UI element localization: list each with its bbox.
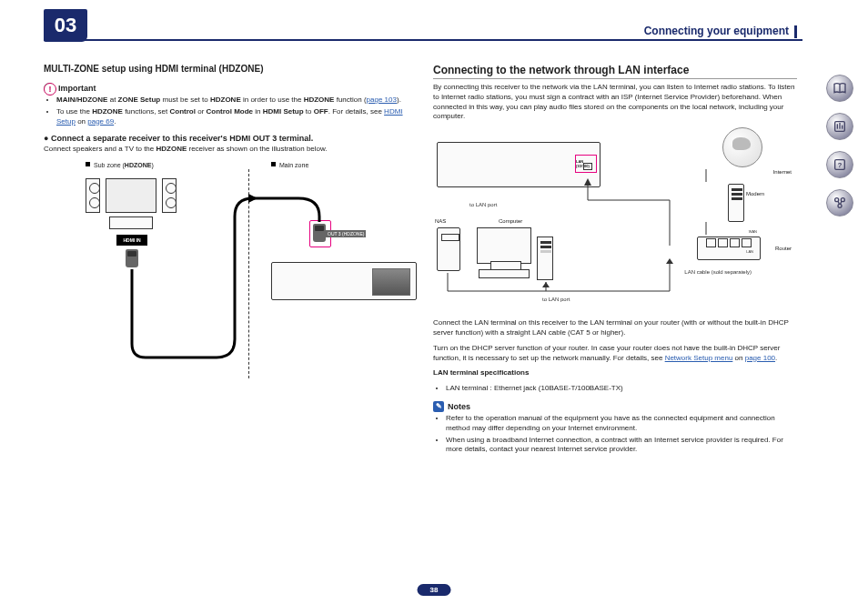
svg-rect-5 [837, 124, 838, 128]
section-title: Connecting your equipment [644, 25, 797, 38]
link-page-103[interactable]: page 103 [367, 96, 397, 104]
link-page-100[interactable]: page 100 [745, 354, 775, 362]
note-1: Refer to the operation manual of the equ… [446, 414, 797, 434]
connect-lan-para: Connect the LAN terminal on this receive… [433, 318, 797, 338]
right-intro: By connecting this receiver to the netwo… [433, 83, 797, 122]
svg-rect-7 [842, 126, 843, 129]
page-number: 38 [418, 584, 451, 596]
diagram-lan: LAN (10/100) Internet Modem Router NAS C… [433, 127, 797, 318]
nav-book-icon[interactable] [826, 75, 853, 102]
svg-point-12 [838, 204, 842, 207]
lan-spec-list: LAN terminal : Ethernet jack (10BASE-T/1… [433, 384, 797, 394]
right-heading: Connecting to the network through LAN in… [433, 64, 797, 79]
important-bullet-1: MAIN/HDZONE at ZONE Setup must be set to… [56, 96, 408, 106]
important-bullets: MAIN/HDZONE at ZONE Setup must be set to… [44, 96, 408, 126]
important-bullet-2: To use the HDZONE functions, set Control… [56, 107, 408, 127]
lan-spec-heading: LAN terminal specifications [433, 368, 797, 378]
svg-marker-3 [542, 282, 550, 287]
svg-marker-0 [248, 194, 257, 203]
svg-rect-6 [839, 123, 840, 129]
important-callout: Important [44, 83, 408, 94]
chapter-number: 03 [44, 9, 87, 42]
note-icon [433, 401, 444, 412]
side-nav: ? [826, 75, 853, 216]
nav-network-icon[interactable] [826, 189, 853, 216]
svg-text:?: ? [838, 161, 843, 169]
link-page-69[interactable]: page 69 [87, 117, 114, 126]
diagram-multizone: Sub zone (HDZONE) Main zone HDMI IN OUT … [44, 162, 408, 380]
left-heading: MULTI-ZONE setup using HDMI terminal (HD… [44, 64, 408, 74]
connect-text: Connect speakers and a TV to the HDZONE … [44, 145, 408, 155]
svg-marker-2 [666, 258, 673, 264]
link-network-setup[interactable]: Network Setup menu [665, 354, 733, 362]
left-column: MULTI-ZONE setup using HDMI terminal (HD… [44, 64, 408, 559]
section-title-text: Connecting your equipment [644, 25, 789, 37]
lan-spec-item: LAN terminal : Ethernet jack (10BASE-T/1… [446, 384, 797, 394]
content-columns: MULTI-ZONE setup using HDMI terminal (HD… [44, 64, 797, 559]
nav-sliders-icon[interactable] [826, 113, 853, 140]
right-column: Connecting to the network through LAN in… [433, 64, 797, 559]
notes-list: Refer to the operation manual of the equ… [433, 414, 797, 455]
note-2: When using a broadband Internet connecti… [446, 436, 797, 456]
notes-label: Notes [448, 402, 470, 411]
nav-help-icon[interactable]: ? [826, 151, 853, 178]
connect-heading: Connect a separate receiver to this rece… [44, 134, 408, 143]
dhcp-para: Turn on the DHCP server function of your… [433, 344, 797, 364]
header-rule [44, 39, 802, 41]
important-icon [44, 83, 55, 94]
svg-marker-1 [584, 178, 591, 186]
important-label: Important [58, 84, 96, 93]
notes-callout: Notes [433, 401, 797, 412]
hdmi-cable [44, 162, 408, 380]
lan-wires [433, 127, 797, 318]
